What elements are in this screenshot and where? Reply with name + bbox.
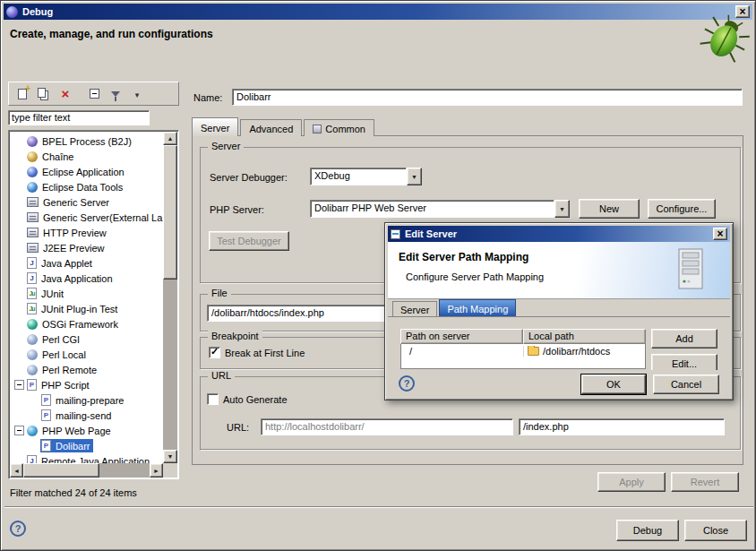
new-server-button[interactable]: New <box>579 199 640 219</box>
server-debugger-value[interactable]: XDebug <box>310 168 407 185</box>
tree-item-label: Perl Remote <box>42 365 97 375</box>
help-button[interactable] <box>10 521 26 537</box>
configurations-toolbar <box>8 82 179 106</box>
break-first-line-checkbox[interactable]: Break at First Line <box>209 347 305 358</box>
php-server-combo[interactable]: Dolibarr PHP Web Server <box>310 200 570 218</box>
close-button[interactable]: Close <box>684 520 747 541</box>
tree-item-label: Eclipse Application <box>42 167 125 177</box>
tab-advanced[interactable]: Advanced <box>240 119 302 136</box>
vertical-scrollbar-thumb[interactable] <box>163 145 177 280</box>
mapping-table-row[interactable]: //dolibarr/htdocs <box>401 344 645 358</box>
scrollbar-corner <box>163 463 177 478</box>
scroll-up-button[interactable] <box>163 132 177 145</box>
horizontal-scrollbar-thumb[interactable] <box>23 463 99 478</box>
php-server-value[interactable]: Dolibarr PHP Web Server <box>310 200 554 218</box>
configure-button[interactable]: Configure... <box>648 199 716 219</box>
tree-item[interactable]: Eclipse Application <box>10 164 163 179</box>
add-mapping-button[interactable]: Add <box>651 329 717 349</box>
tree-item[interactable]: Remote Java Application <box>10 453 163 463</box>
tree-item[interactable]: Perl CGI <box>10 331 163 347</box>
tree-item[interactable]: JUnit Plug-in Test <box>10 301 163 316</box>
scroll-left-button[interactable] <box>10 463 23 478</box>
tree-item[interactable]: Eclipse Data Tools <box>10 179 163 194</box>
dialog-titlebar[interactable]: Edit Server <box>388 226 730 242</box>
tree-item[interactable]: BPEL Process (B2J) <box>10 133 163 149</box>
collapse-toggle-icon[interactable] <box>13 379 25 391</box>
tree-item[interactable]: Dolibarr <box>10 438 163 453</box>
collapse-toggle-icon[interactable] <box>13 425 25 436</box>
config-tab-bar: Server Advanced Common <box>192 118 376 136</box>
scroll-down-button[interactable] <box>163 450 177 463</box>
breakpoint-group-legend: Breakpoint <box>208 331 262 341</box>
expander-spacer <box>13 181 25 193</box>
tree-item[interactable]: OSGi Framework <box>10 316 163 331</box>
filter-configurations-button[interactable] <box>107 85 125 103</box>
tree-item[interactable]: Java Application <box>10 271 163 286</box>
tree-item[interactable]: Java Applet <box>10 255 163 271</box>
tree-item[interactable]: HTTP Preview <box>10 225 163 240</box>
dialog-tab-server-label: Server <box>400 305 429 315</box>
j2ee-preview-icon <box>27 243 39 253</box>
dialog-tab-server[interactable]: Server <box>392 301 437 316</box>
dialog-tab-bar: Server Path Mapping <box>392 300 518 316</box>
type-filter-input[interactable]: type filter text <box>8 110 150 125</box>
filter-configurations-icon <box>111 91 120 97</box>
duplicate-configuration-button[interactable] <box>35 85 53 103</box>
php-launch-icon <box>41 394 51 406</box>
collapse-all-icon <box>90 89 99 99</box>
tree-vertical-scrollbar[interactable] <box>163 132 177 463</box>
ok-button[interactable]: OK <box>581 375 646 394</box>
file-group-legend: File <box>208 288 231 298</box>
dialog-help-button[interactable] <box>399 375 415 392</box>
dialog-button-bar: OK Cancel <box>388 370 730 399</box>
name-input[interactable]: Dolibarr <box>232 89 743 106</box>
checkbox-unchecked-icon <box>207 393 219 405</box>
apply-button[interactable]: Apply <box>597 472 666 492</box>
tree-item[interactable]: mailing-send <box>10 408 163 423</box>
delete-configuration-button[interactable] <box>56 85 74 103</box>
column-local-path[interactable]: Local path <box>523 329 646 344</box>
new-configuration-button[interactable] <box>13 85 31 103</box>
tree-item[interactable]: PHP Web Page <box>10 423 163 438</box>
chevron-down-icon[interactable] <box>407 168 422 185</box>
debug-button[interactable]: Debug <box>616 520 679 541</box>
chaine-icon <box>27 151 38 162</box>
tree-item[interactable]: Generic Server(External La <box>10 210 163 225</box>
server-debugger-combo[interactable]: XDebug <box>310 168 422 185</box>
cancel-button[interactable]: Cancel <box>653 375 719 394</box>
tree-item[interactable]: PHP Script <box>10 377 163 392</box>
edit-mapping-button[interactable]: Edit... <box>651 354 717 370</box>
url-base-input[interactable]: http://localhostdolibarr/ <box>261 418 513 435</box>
scroll-right-button[interactable] <box>150 463 163 478</box>
tree-item[interactable]: Chaîne <box>10 149 163 164</box>
tree-item[interactable]: JUnit <box>10 286 163 301</box>
expander-spacer <box>28 394 39 406</box>
revert-button[interactable]: Revert <box>671 472 739 492</box>
tree-item[interactable]: Perl Local <box>10 347 163 362</box>
tree-item[interactable]: Perl Remote <box>10 362 163 377</box>
path-mapping-panel: Path on server Local path //dolibarr/htd… <box>388 316 730 370</box>
window-titlebar[interactable]: Debug <box>4 4 752 20</box>
url-path-input[interactable]: /index.php <box>519 418 725 435</box>
tab-common[interactable]: Common <box>304 119 374 136</box>
tree-item-label: Generic Server <box>43 197 109 208</box>
collapse-all-button[interactable] <box>85 85 103 103</box>
tree-item-core: Perl Remote <box>26 364 99 376</box>
dialog-tab-path-mapping[interactable]: Path Mapping <box>439 299 516 316</box>
chevron-down-icon[interactable] <box>554 200 570 218</box>
tab-server-label: Server <box>201 123 229 133</box>
tree-item[interactable]: mailing-prepare <box>10 392 163 408</box>
filter-menu-button[interactable] <box>128 85 146 103</box>
name-label: Name: <box>193 92 222 103</box>
column-path-on-server[interactable]: Path on server <box>400 329 523 344</box>
auto-generate-checkbox[interactable]: Auto Generate <box>207 393 288 405</box>
window-title: Debug <box>22 6 53 17</box>
dialog-close-button[interactable] <box>713 228 727 240</box>
tree-item[interactable]: Generic Server <box>10 194 163 210</box>
expander-spacer <box>13 242 25 254</box>
tree-horizontal-scrollbar[interactable] <box>10 463 163 478</box>
server-debugger-label: Server Debugger: <box>210 172 288 183</box>
tree-item[interactable]: J2EE Preview <box>10 240 163 255</box>
test-debugger-button[interactable]: Test Debugger <box>209 231 289 251</box>
tab-server[interactable]: Server <box>192 117 238 136</box>
